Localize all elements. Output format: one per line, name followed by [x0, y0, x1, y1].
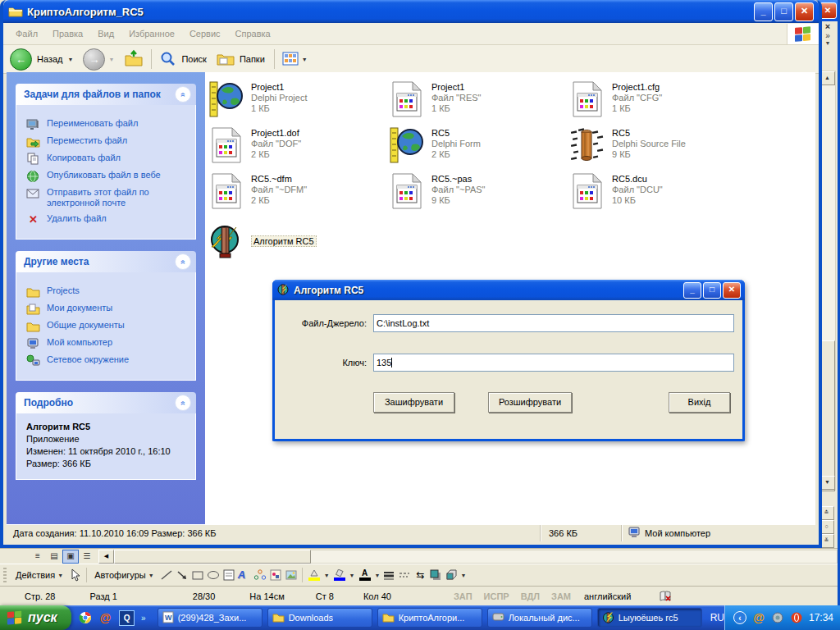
- up-folder-icon[interactable]: [124, 49, 144, 69]
- folders-label[interactable]: Папки: [240, 54, 265, 64]
- shadow-style-icon[interactable]: [429, 568, 442, 582]
- status-language[interactable]: английский: [584, 591, 631, 601]
- back-label[interactable]: Назад: [37, 54, 63, 64]
- menu-tools[interactable]: Сервис: [182, 24, 228, 44]
- font-color-dropdown-icon[interactable]: ▼: [375, 573, 381, 578]
- quicklaunch-overflow-icon[interactable]: »: [141, 614, 146, 623]
- key-input[interactable]: 135: [373, 354, 734, 372]
- file-item[interactable]: RC5.~pasФайл "~PAS"9 КБ: [389, 172, 569, 218]
- menu-help[interactable]: Справка: [228, 24, 278, 44]
- collapse-chevron-icon[interactable]: ‹: [733, 611, 746, 624]
- fill-color-button[interactable]: [307, 569, 322, 581]
- file-item[interactable]: Project1Delphi Project1 КБ: [208, 80, 389, 126]
- oval-tool-icon[interactable]: [207, 568, 220, 582]
- forward-icon[interactable]: →: [83, 48, 105, 71]
- search-icon[interactable]: [159, 50, 176, 69]
- mail-agent-icon[interactable]: @: [752, 611, 765, 624]
- dialog-maximize-button[interactable]: □: [703, 282, 721, 299]
- file-item[interactable]: Project1.dofФайл "DOF"2 КБ: [208, 126, 389, 172]
- 3d-style-icon[interactable]: [445, 568, 458, 582]
- folders-icon[interactable]: [217, 51, 235, 67]
- menu-view[interactable]: Вид: [90, 24, 121, 44]
- print-layout-icon[interactable]: ▣: [62, 550, 79, 564]
- file-item[interactable]: Project1.cfgФайл "CFG"1 КБ: [569, 80, 750, 126]
- hscroll-left-icon[interactable]: ◀: [98, 550, 114, 564]
- status-mode-ovr[interactable]: ЗАМ: [551, 591, 571, 601]
- collapse-chevron-icon[interactable]: »: [175, 395, 191, 411]
- status-mode-trk[interactable]: ИСПР: [484, 591, 509, 601]
- place-network[interactable]: Сетевое окружение: [26, 354, 190, 367]
- hscroll-thumb[interactable]: [114, 550, 311, 564]
- maximize-button[interactable]: □: [774, 2, 793, 21]
- task-move[interactable]: Переместить файл: [26, 135, 190, 148]
- status-mode-rec[interactable]: ЗАП: [454, 591, 472, 601]
- fill-color-dropdown-icon[interactable]: ▼: [324, 573, 330, 578]
- language-indicator[interactable]: RU: [710, 612, 724, 623]
- arrow-style-icon[interactable]: ⇆: [413, 568, 427, 582]
- line-style-icon[interactable]: [382, 568, 395, 582]
- task-email[interactable]: Отправить этот файл по электронной почте: [26, 187, 190, 208]
- views-dropdown-icon[interactable]: ▼: [302, 57, 308, 62]
- task-crypto-folder[interactable]: КриптоАлгори...: [377, 608, 482, 628]
- toolbar-grip[interactable]: [3, 568, 7, 582]
- collapse-chevron-icon[interactable]: »: [175, 86, 191, 103]
- outline-view-icon[interactable]: ☰: [79, 550, 95, 564]
- font-color-button[interactable]: A: [358, 569, 372, 581]
- minimize-button[interactable]: _: [754, 2, 773, 21]
- menu-edit[interactable]: Правка: [45, 24, 90, 44]
- search-label[interactable]: Поиск: [181, 54, 206, 64]
- place-shared-documents[interactable]: Общие документы: [26, 320, 190, 332]
- diagram-icon[interactable]: [253, 568, 267, 582]
- collapse-chevron-icon[interactable]: »: [175, 253, 191, 270]
- back-icon[interactable]: ←: [10, 48, 32, 71]
- file-item[interactable]: RC5.dcuФайл "DCU"10 КБ: [569, 172, 750, 218]
- status-mode-ext[interactable]: ВДЛ: [521, 591, 540, 601]
- forward-dropdown-icon[interactable]: ▼: [108, 57, 114, 62]
- arrow-tool-icon[interactable]: [176, 568, 189, 582]
- task-publish[interactable]: Опубликовать файл в вебе: [26, 170, 190, 182]
- task-rename[interactable]: Переименовать файл: [26, 118, 190, 130]
- exit-button[interactable]: Вихід: [669, 392, 730, 413]
- dialog-minimize-button[interactable]: _: [683, 282, 701, 299]
- file-item-selected[interactable]: Алгоритм RC5: [208, 218, 389, 264]
- other-places-header[interactable]: Другие места »: [16, 251, 196, 272]
- place-my-documents[interactable]: Мои документы: [26, 303, 190, 315]
- decrypt-button[interactable]: Розшифрувати: [488, 392, 572, 413]
- line-color-button[interactable]: [332, 569, 347, 581]
- 3d-dropdown-icon[interactable]: ▼: [460, 573, 466, 578]
- line-tool-icon[interactable]: [160, 568, 173, 582]
- wordart-icon[interactable]: A: [238, 568, 251, 582]
- draw-actions-button[interactable]: Действия▼: [12, 568, 66, 582]
- web-layout-icon[interactable]: ▤: [46, 550, 62, 564]
- place-my-computer[interactable]: Мой компьютер: [26, 337, 190, 349]
- views-icon[interactable]: [282, 52, 299, 67]
- normal-view-icon[interactable]: ≡: [30, 550, 46, 564]
- file-item[interactable]: RC5.~dfmФайл "~DFM"2 КБ: [208, 172, 389, 218]
- dialog-close-button[interactable]: ✕: [723, 282, 741, 299]
- task-copy[interactable]: Копировать файл: [26, 153, 190, 165]
- clipart-icon[interactable]: [269, 568, 282, 582]
- mailru-icon[interactable]: @: [98, 611, 112, 625]
- menu-favorites[interactable]: Избранное: [121, 24, 182, 44]
- autoshapes-button[interactable]: Автофигуры▼: [91, 568, 158, 582]
- file-item[interactable]: Project1Файл "RES"1 КБ: [389, 80, 569, 126]
- insert-picture-icon[interactable]: [285, 568, 298, 582]
- task-local-disk[interactable]: Локальный дис...: [487, 608, 592, 628]
- back-dropdown-icon[interactable]: ▼: [68, 57, 74, 62]
- task-word-document[interactable]: W (299)428_Захи...: [158, 608, 262, 628]
- line-color-dropdown-icon[interactable]: ▼: [349, 573, 355, 578]
- close-button[interactable]: ✕: [795, 2, 814, 21]
- textbox-tool-icon[interactable]: [222, 568, 235, 582]
- task-delete[interactable]: ✕Удалить файл: [26, 213, 190, 226]
- source-file-input[interactable]: C:\instLog.txt: [373, 314, 734, 332]
- menu-file[interactable]: Файл: [8, 24, 45, 44]
- rectangle-tool-icon[interactable]: [191, 568, 204, 582]
- place-projects[interactable]: Projects: [26, 285, 190, 298]
- chrome-icon[interactable]: [78, 611, 92, 625]
- file-item[interactable]: RC5Delphi Source File9 КБ: [569, 126, 750, 172]
- file-item[interactable]: RC5Delphi Form2 КБ: [389, 126, 569, 172]
- file-tasks-header[interactable]: Задачи для файлов и папок »: [16, 84, 196, 105]
- dash-style-icon[interactable]: [398, 568, 411, 582]
- start-button[interactable]: пуск: [0, 605, 71, 630]
- select-pointer-icon[interactable]: [69, 568, 82, 582]
